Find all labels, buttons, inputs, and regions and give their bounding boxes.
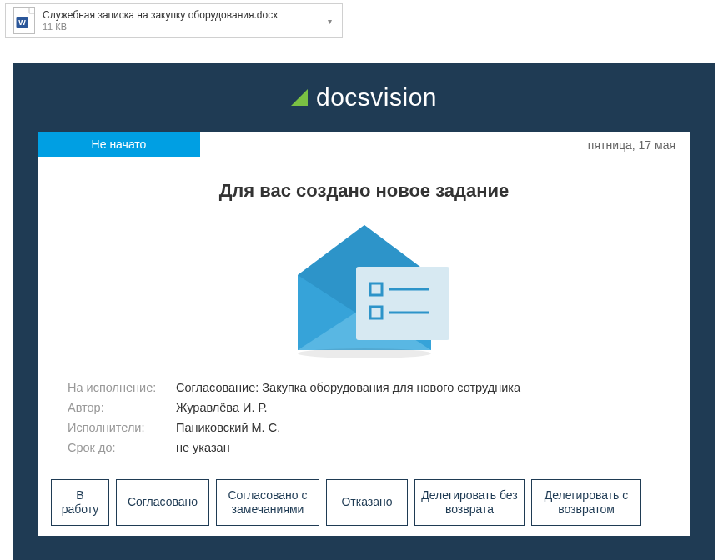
meta-block: На исполнение: Согласование: Закупка обо… [38, 381, 690, 454]
approved-notes-button[interactable]: Согласовано с замечаниями [216, 479, 319, 526]
task-panel: Не начато пятница, 17 мая Для вас создан… [38, 132, 690, 536]
word-file-icon: W [13, 7, 36, 35]
meta-author: Автор: Журавлёва И. Р. [68, 401, 660, 414]
svg-text:W: W [18, 18, 26, 27]
attachment-info: Служебная записка на закупку оборудовани… [43, 9, 324, 32]
meta-value-assignees: Паниковский М. С. [176, 421, 280, 434]
meta-label-due: Срок до: [68, 441, 176, 454]
attachment-filename: Служебная записка на закупку оборудовани… [43, 9, 324, 21]
brand-header: docsvision [38, 83, 690, 112]
meta-label-assignees: Исполнители: [68, 421, 176, 434]
attachment-size: 11 КВ [43, 22, 324, 32]
rejected-button[interactable]: Отказано [326, 479, 408, 526]
date-label: пятница, 17 мая [588, 132, 690, 152]
svg-marker-3 [291, 89, 308, 106]
envelope-illustration [38, 217, 690, 366]
headline: Для вас создано новое задание [38, 180, 690, 202]
meta-assignees: Исполнители: Паниковский М. С. [68, 421, 660, 434]
meta-label-subject: На исполнение: [68, 381, 176, 394]
start-button[interactable]: В работу [51, 479, 109, 526]
brand-logo-icon [291, 89, 308, 106]
meta-due: Срок до: не указан [68, 441, 660, 454]
delegate-noreturn-button[interactable]: Делегировать без возврата [414, 479, 525, 526]
svg-point-13 [298, 348, 431, 358]
delegate-return-button[interactable]: Делегировать с возвратом [531, 479, 641, 526]
attachment-chip[interactable]: W Служебная записка на закупку оборудова… [5, 3, 343, 38]
chevron-down-icon[interactable]: ▾ [324, 17, 335, 26]
svg-rect-8 [356, 267, 449, 340]
brand-name: docsvision [316, 83, 437, 112]
status-badge: Не начато [38, 132, 200, 157]
approved-button[interactable]: Согласовано [116, 479, 209, 526]
action-row: В работу Согласовано Согласовано с замеч… [38, 461, 690, 531]
notification-card: docsvision Не начато пятница, 17 мая Для… [13, 63, 715, 560]
meta-value-author: Журавлёва И. Р. [176, 401, 267, 414]
meta-label-author: Автор: [68, 401, 176, 414]
meta-value-due: не указан [176, 441, 230, 454]
meta-subject: На исполнение: Согласование: Закупка обо… [68, 381, 660, 394]
meta-value-subject[interactable]: Согласование: Закупка оборудования для н… [176, 381, 520, 394]
